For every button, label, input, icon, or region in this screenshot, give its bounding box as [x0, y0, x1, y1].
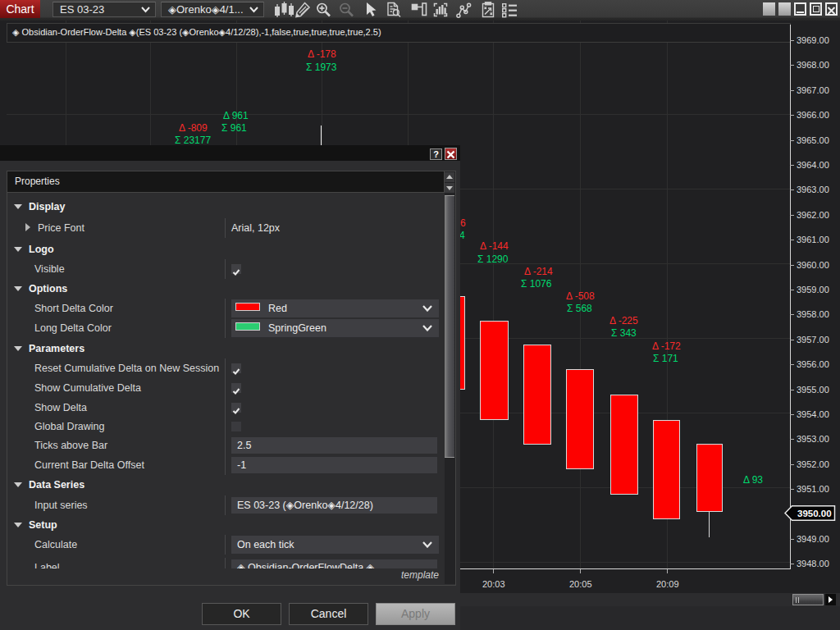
svg-text:3950.00: 3950.00: [797, 509, 832, 518]
